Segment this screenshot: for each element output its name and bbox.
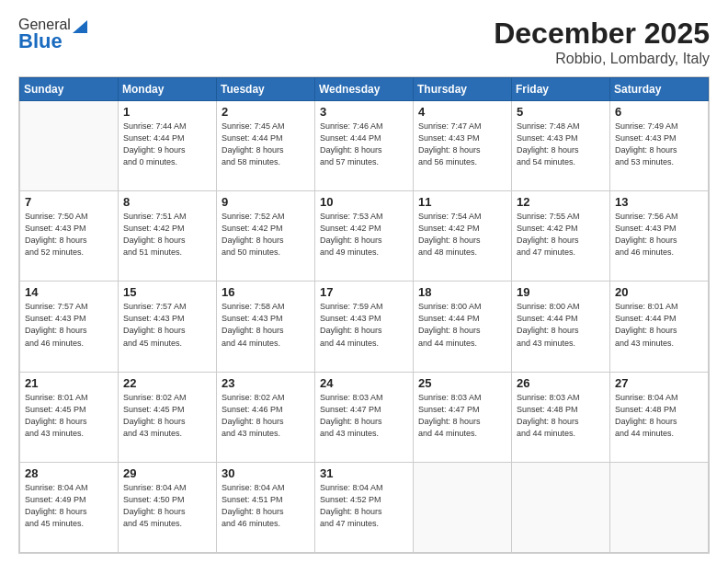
day-number: 31 <box>320 466 408 480</box>
logo-triangle-icon <box>73 17 87 33</box>
day-number: 23 <box>222 376 310 390</box>
page-subtitle: Robbio, Lombardy, Italy <box>494 51 710 67</box>
day-number: 22 <box>123 376 211 390</box>
logo-blue-text: Blue <box>18 29 63 53</box>
calendar-cell: 10Sunrise: 7:53 AMSunset: 4:42 PMDayligh… <box>315 191 414 282</box>
day-number: 14 <box>25 285 113 299</box>
calendar-table: SundayMondayTuesdayWednesdayThursdayFrid… <box>19 77 709 553</box>
calendar-cell: 12Sunrise: 7:55 AMSunset: 4:42 PMDayligh… <box>512 191 610 282</box>
day-number: 9 <box>222 195 310 209</box>
calendar-week-1: 1Sunrise: 7:44 AMSunset: 4:44 PMDaylight… <box>20 101 709 191</box>
calendar-cell: 26Sunrise: 8:03 AMSunset: 4:48 PMDayligh… <box>512 372 610 462</box>
day-info: Sunrise: 7:52 AMSunset: 4:42 PMDaylight:… <box>222 211 310 259</box>
calendar-cell: 21Sunrise: 8:01 AMSunset: 4:45 PMDayligh… <box>20 372 119 462</box>
calendar-cell: 27Sunrise: 8:04 AMSunset: 4:48 PMDayligh… <box>610 372 709 462</box>
calendar-cell <box>20 101 119 191</box>
calendar-cell: 4Sunrise: 7:47 AMSunset: 4:43 PMDaylight… <box>414 101 512 191</box>
day-info: Sunrise: 7:58 AMSunset: 4:43 PMDaylight:… <box>222 301 310 349</box>
day-info: Sunrise: 8:03 AMSunset: 4:47 PMDaylight:… <box>418 392 506 440</box>
day-info: Sunrise: 7:51 AMSunset: 4:42 PMDaylight:… <box>123 211 211 259</box>
day-info: Sunrise: 8:01 AMSunset: 4:44 PMDaylight:… <box>615 301 703 349</box>
day-info: Sunrise: 7:49 AMSunset: 4:43 PMDaylight:… <box>615 121 703 168</box>
day-info: Sunrise: 7:46 AMSunset: 4:44 PMDaylight:… <box>320 121 408 168</box>
calendar-cell: 14Sunrise: 7:57 AMSunset: 4:43 PMDayligh… <box>20 282 119 372</box>
day-info: Sunrise: 8:02 AMSunset: 4:46 PMDaylight:… <box>222 392 310 440</box>
day-info: Sunrise: 7:47 AMSunset: 4:43 PMDaylight:… <box>418 121 506 168</box>
calendar-week-4: 21Sunrise: 8:01 AMSunset: 4:45 PMDayligh… <box>20 372 709 462</box>
calendar-body: 1Sunrise: 7:44 AMSunset: 4:44 PMDaylight… <box>20 101 709 553</box>
day-number: 4 <box>418 105 506 119</box>
day-info: Sunrise: 7:57 AMSunset: 4:43 PMDaylight:… <box>25 301 113 349</box>
calendar-cell: 28Sunrise: 8:04 AMSunset: 4:49 PMDayligh… <box>20 462 119 552</box>
calendar-cell: 16Sunrise: 7:58 AMSunset: 4:43 PMDayligh… <box>217 282 315 372</box>
day-number: 19 <box>517 285 605 299</box>
calendar-cell: 3Sunrise: 7:46 AMSunset: 4:44 PMDaylight… <box>315 101 414 191</box>
day-number: 26 <box>517 376 605 390</box>
day-info: Sunrise: 7:54 AMSunset: 4:42 PMDaylight:… <box>418 211 506 259</box>
day-info: Sunrise: 7:56 AMSunset: 4:43 PMDaylight:… <box>615 211 703 259</box>
day-number: 13 <box>615 195 703 209</box>
calendar-cell: 31Sunrise: 8:04 AMSunset: 4:52 PMDayligh… <box>315 462 414 552</box>
header: General Blue December 2025 Robbio, Lomba… <box>18 17 710 67</box>
calendar-cell: 20Sunrise: 8:01 AMSunset: 4:44 PMDayligh… <box>610 282 709 372</box>
calendar-cell: 30Sunrise: 8:04 AMSunset: 4:51 PMDayligh… <box>217 462 315 552</box>
day-number: 28 <box>25 466 113 480</box>
calendar-header: SundayMondayTuesdayWednesdayThursdayFrid… <box>20 78 709 101</box>
days-of-week-row: SundayMondayTuesdayWednesdayThursdayFrid… <box>20 78 709 101</box>
calendar-week-2: 7Sunrise: 7:50 AMSunset: 4:43 PMDaylight… <box>20 191 709 282</box>
calendar-cell: 2Sunrise: 7:45 AMSunset: 4:44 PMDaylight… <box>217 101 315 191</box>
calendar-cell: 24Sunrise: 8:03 AMSunset: 4:47 PMDayligh… <box>315 372 414 462</box>
calendar-cell: 22Sunrise: 8:02 AMSunset: 4:45 PMDayligh… <box>119 372 217 462</box>
calendar-cell <box>610 462 709 552</box>
calendar-cell: 17Sunrise: 7:59 AMSunset: 4:43 PMDayligh… <box>315 282 414 372</box>
title-block: December 2025 Robbio, Lombardy, Italy <box>494 17 710 67</box>
day-number: 11 <box>418 195 506 209</box>
day-info: Sunrise: 7:50 AMSunset: 4:43 PMDaylight:… <box>25 211 113 259</box>
day-of-week-sunday: Sunday <box>20 78 119 101</box>
day-number: 2 <box>222 105 310 119</box>
day-of-week-thursday: Thursday <box>414 78 512 101</box>
day-number: 25 <box>418 376 506 390</box>
day-info: Sunrise: 7:48 AMSunset: 4:43 PMDaylight:… <box>517 121 605 168</box>
calendar-cell: 6Sunrise: 7:49 AMSunset: 4:43 PMDaylight… <box>610 101 709 191</box>
calendar: SundayMondayTuesdayWednesdayThursdayFrid… <box>18 76 710 554</box>
day-number: 3 <box>320 105 408 119</box>
calendar-cell <box>414 462 512 552</box>
day-number: 6 <box>615 105 703 119</box>
day-info: Sunrise: 8:04 AMSunset: 4:52 PMDaylight:… <box>320 482 408 530</box>
day-number: 20 <box>615 285 703 299</box>
day-number: 30 <box>222 466 310 480</box>
day-number: 5 <box>517 105 605 119</box>
calendar-cell: 13Sunrise: 7:56 AMSunset: 4:43 PMDayligh… <box>610 191 709 282</box>
day-number: 8 <box>123 195 211 209</box>
calendar-cell: 5Sunrise: 7:48 AMSunset: 4:43 PMDaylight… <box>512 101 610 191</box>
day-number: 12 <box>517 195 605 209</box>
calendar-cell: 8Sunrise: 7:51 AMSunset: 4:42 PMDaylight… <box>119 191 217 282</box>
day-info: Sunrise: 7:44 AMSunset: 4:44 PMDaylight:… <box>123 121 211 168</box>
page: General Blue December 2025 Robbio, Lomba… <box>0 0 728 563</box>
day-info: Sunrise: 8:01 AMSunset: 4:45 PMDaylight:… <box>25 392 113 440</box>
day-info: Sunrise: 8:04 AMSunset: 4:51 PMDaylight:… <box>222 482 310 530</box>
day-info: Sunrise: 8:04 AMSunset: 4:49 PMDaylight:… <box>25 482 113 530</box>
page-title: December 2025 <box>494 17 710 51</box>
calendar-week-5: 28Sunrise: 8:04 AMSunset: 4:49 PMDayligh… <box>20 462 709 552</box>
day-info: Sunrise: 7:59 AMSunset: 4:43 PMDaylight:… <box>320 301 408 349</box>
day-of-week-saturday: Saturday <box>610 78 709 101</box>
calendar-cell: 18Sunrise: 8:00 AMSunset: 4:44 PMDayligh… <box>414 282 512 372</box>
calendar-cell: 11Sunrise: 7:54 AMSunset: 4:42 PMDayligh… <box>414 191 512 282</box>
calendar-cell: 25Sunrise: 8:03 AMSunset: 4:47 PMDayligh… <box>414 372 512 462</box>
day-info: Sunrise: 8:00 AMSunset: 4:44 PMDaylight:… <box>517 301 605 349</box>
day-number: 15 <box>123 285 211 299</box>
day-info: Sunrise: 8:03 AMSunset: 4:47 PMDaylight:… <box>320 392 408 440</box>
day-of-week-monday: Monday <box>119 78 217 101</box>
calendar-week-3: 14Sunrise: 7:57 AMSunset: 4:43 PMDayligh… <box>20 282 709 372</box>
calendar-cell: 7Sunrise: 7:50 AMSunset: 4:43 PMDaylight… <box>20 191 119 282</box>
calendar-cell: 19Sunrise: 8:00 AMSunset: 4:44 PMDayligh… <box>512 282 610 372</box>
day-number: 21 <box>25 376 113 390</box>
day-info: Sunrise: 8:04 AMSunset: 4:48 PMDaylight:… <box>615 392 703 440</box>
logo: General Blue <box>18 17 89 53</box>
day-info: Sunrise: 8:00 AMSunset: 4:44 PMDaylight:… <box>418 301 506 349</box>
day-info: Sunrise: 7:45 AMSunset: 4:44 PMDaylight:… <box>222 121 310 168</box>
day-info: Sunrise: 8:04 AMSunset: 4:50 PMDaylight:… <box>123 482 211 530</box>
day-info: Sunrise: 7:57 AMSunset: 4:43 PMDaylight:… <box>123 301 211 349</box>
